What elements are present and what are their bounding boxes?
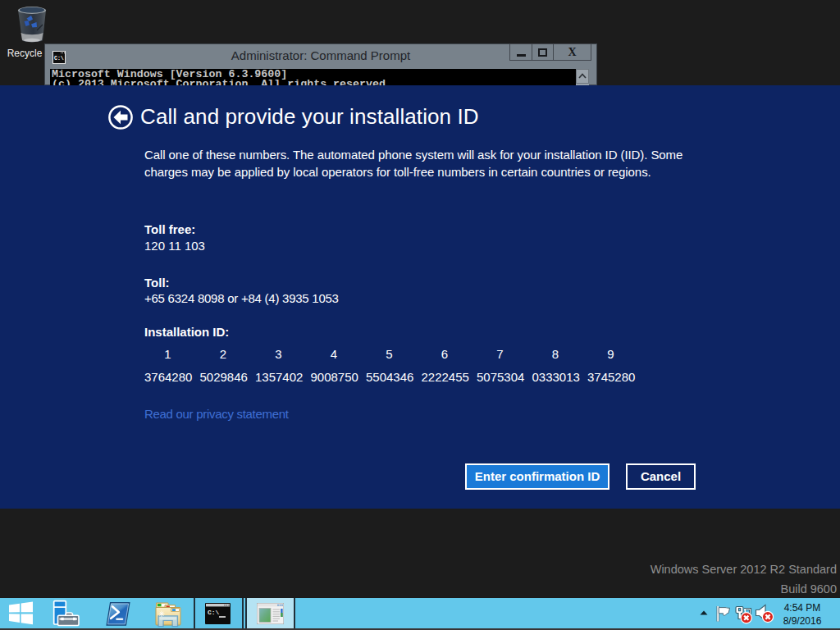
- svg-text:C:\: C:\: [208, 609, 220, 616]
